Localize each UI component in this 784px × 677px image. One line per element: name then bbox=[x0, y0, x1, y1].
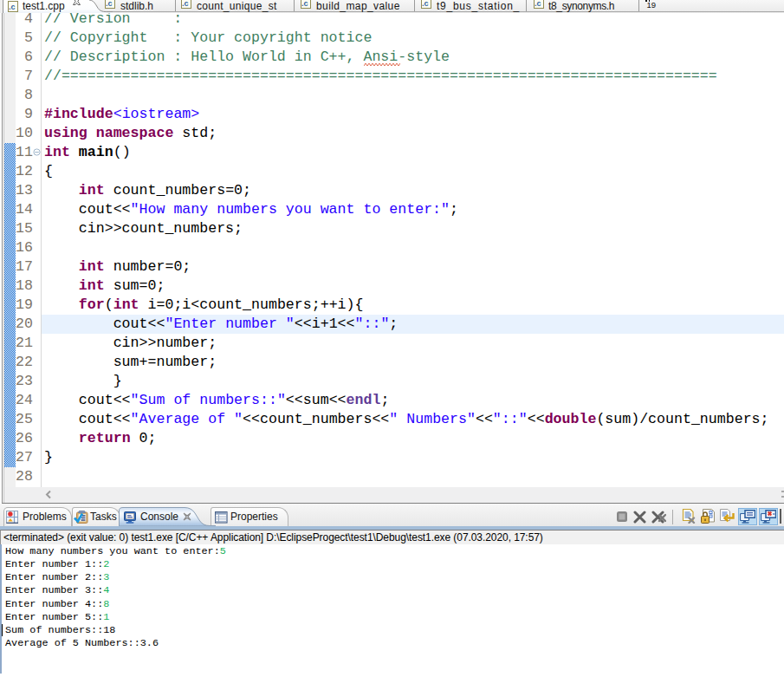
svg-text:.c: .c bbox=[9, 3, 16, 11]
svg-text:.c: .c bbox=[301, 0, 308, 8]
svg-text:.c: .c bbox=[106, 0, 113, 8]
svg-text:.c: .c bbox=[422, 0, 429, 8]
svg-text:.c: .c bbox=[535, 0, 541, 8]
svg-text:.c: .c bbox=[182, 0, 189, 8]
